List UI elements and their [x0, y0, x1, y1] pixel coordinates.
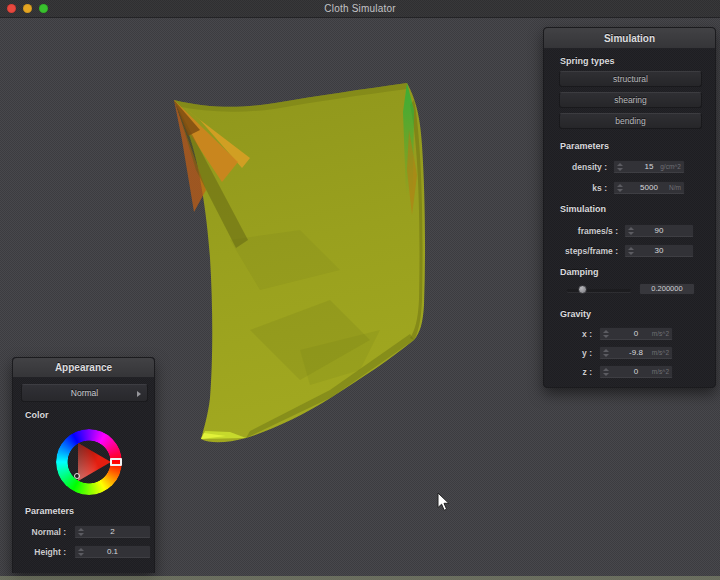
gravity-z-row: z : 0 m/s^2 — [544, 365, 715, 380]
damping-slider-knob[interactable] — [578, 285, 587, 294]
hue-marker[interactable] — [110, 458, 122, 466]
chevron-right-icon — [137, 391, 141, 397]
steps-input[interactable]: 30 — [624, 244, 694, 257]
damping-label: Damping — [560, 267, 599, 277]
appearance-panel-header[interactable]: Appearance — [13, 358, 154, 378]
normal-row: Normal : 2 — [13, 525, 154, 540]
steps-row: steps/frame : 30 — [544, 244, 715, 259]
steps-value: 30 — [625, 246, 693, 255]
gravity-y-label: y : — [582, 348, 592, 358]
frames-label: frames/s : — [578, 226, 618, 236]
simulation-section-label: Simulation — [560, 204, 606, 214]
shader-dropdown[interactable]: Normal — [21, 384, 148, 402]
simulation-panel-header[interactable]: Simulation — [544, 28, 715, 49]
structural-button[interactable]: structural — [559, 71, 702, 87]
density-row: density : 15 g/cm^2 — [544, 160, 715, 175]
title-bar[interactable]: Cloth Simulator — [0, 0, 720, 18]
frames-value: 90 — [625, 226, 693, 235]
ks-unit: N/m — [669, 184, 681, 191]
density-input[interactable]: 15 g/cm^2 — [613, 160, 685, 173]
normal-label: Normal : — [32, 527, 66, 537]
gravity-x-label: x : — [582, 329, 592, 339]
frames-row: frames/s : 90 — [544, 224, 715, 239]
damping-slider-track[interactable] — [567, 289, 631, 292]
color-wheel[interactable] — [56, 429, 122, 495]
color-label: Color — [25, 410, 49, 420]
gravity-label: Gravity — [560, 309, 591, 319]
ks-row: ks : 5000 N/m — [544, 181, 715, 196]
window-bottom-edge — [0, 576, 720, 580]
simulation-panel[interactable]: Simulation Spring types structural shear… — [543, 27, 716, 388]
ks-input[interactable]: 5000 N/m — [613, 181, 685, 194]
density-unit: g/cm^2 — [660, 163, 681, 170]
steps-label: steps/frame : — [565, 246, 618, 256]
damping-row: 0.200000 — [544, 282, 715, 298]
height-input[interactable]: 0.1 — [74, 545, 151, 558]
gravity-y-unit: m/s^2 — [652, 349, 669, 356]
normal-input[interactable]: 2 — [74, 525, 151, 538]
height-value: 0.1 — [75, 547, 150, 556]
gravity-y-input[interactable]: -9.8 m/s^2 — [599, 346, 673, 359]
damping-value: 0.200000 — [639, 283, 695, 295]
gravity-x-row: x : 0 m/s^2 — [544, 327, 715, 342]
saturation-marker[interactable] — [74, 473, 80, 479]
height-row: Height : 0.1 — [13, 545, 154, 560]
bending-button[interactable]: bending — [559, 113, 702, 129]
gravity-x-unit: m/s^2 — [652, 330, 669, 337]
shader-dropdown-value: Normal — [71, 388, 98, 398]
gravity-z-input[interactable]: 0 m/s^2 — [599, 365, 673, 378]
height-label: Height : — [34, 547, 66, 557]
normal-value: 2 — [75, 527, 150, 536]
spring-types-label: Spring types — [560, 56, 615, 66]
gravity-z-label: z : — [583, 367, 592, 377]
shearing-button[interactable]: shearing — [559, 92, 702, 108]
appearance-panel[interactable]: Appearance Normal Color Parameters Norma… — [12, 357, 155, 573]
parameters-label: Parameters — [560, 141, 609, 151]
density-label: density : — [572, 162, 607, 172]
ks-label: ks : — [592, 183, 607, 193]
frames-input[interactable]: 90 — [624, 224, 694, 237]
gravity-y-row: y : -9.8 m/s^2 — [544, 346, 715, 361]
appearance-parameters-label: Parameters — [25, 506, 74, 516]
gravity-x-input[interactable]: 0 m/s^2 — [599, 327, 673, 340]
gravity-z-unit: m/s^2 — [652, 368, 669, 375]
window-title: Cloth Simulator — [0, 3, 720, 14]
